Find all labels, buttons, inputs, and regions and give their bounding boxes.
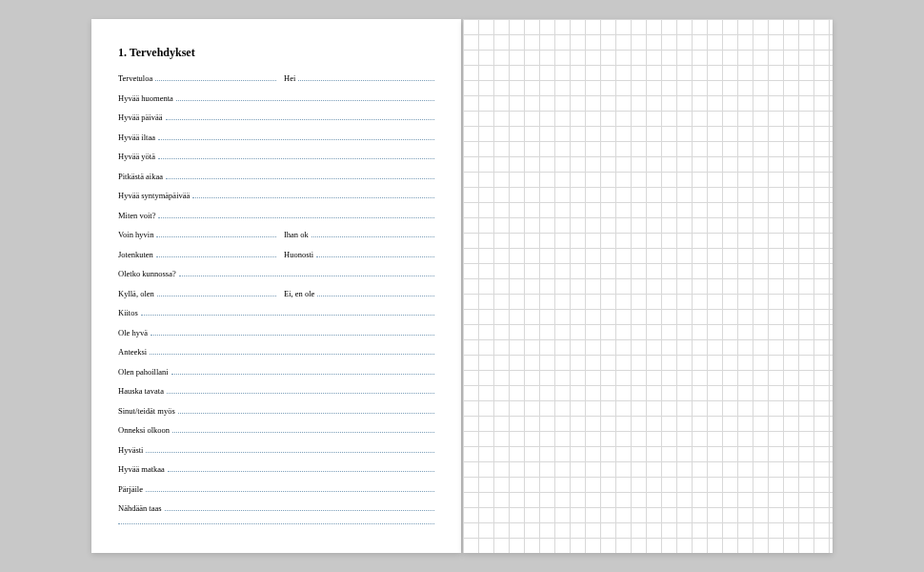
right-page [463,19,833,553]
fill-line [156,256,276,257]
vocab-term: Hyvää huomenta [118,93,176,103]
fill-line [158,139,434,140]
vocab-row: Hyvää iltaa [118,133,434,145]
vocab-term: Tervetuloa [118,73,155,83]
fill-line [171,374,434,375]
vocab-row: Hyvää huomenta [118,93,434,106]
vocab-term: Anteeksi [118,347,150,357]
vocab-half-right: Ei, en ole [276,289,434,298]
fill-line [317,296,434,296]
fill-line [298,80,434,81]
vocab-half-left: Kyllä, olen [118,289,276,298]
vocab-row: Miten voit? [118,211,434,223]
vocab-row: JotenkutenHuonosti [118,250,434,262]
vocab-row: Hyvää matkaa [118,464,434,477]
fill-line [311,236,434,237]
fill-line [167,393,434,394]
vocabulary-lines: TervetuloaHeiHyvää huomentaHyvää päivääH… [118,73,434,536]
fill-line [172,432,434,433]
vocab-row: Hyvää päivää [118,112,434,125]
vocab-row: TervetuloaHei [118,73,434,86]
vocab-row: Onneksi olkoon [118,425,434,438]
vocab-row: Anteeksi [118,347,434,359]
fill-line [146,491,434,492]
section-heading: 1. Tervehdykset [118,46,434,60]
vocab-term: Kiitos [118,308,141,317]
fill-line [141,315,434,316]
fill-line [150,354,434,355]
vocab-row: Oletko kunnossa? [118,269,434,281]
vocab-term: Nähdään taas [118,503,165,513]
fill-line [156,236,276,237]
vocab-row: Hyvää syntymäpäivää [118,191,434,203]
vocab-term: Ei, en ole [284,289,317,298]
vocab-row: Ole hyvä [118,328,434,340]
vocab-term: Sinut/teidät myös [118,406,178,416]
vocab-term: Hyvää syntymäpäivää [118,191,192,200]
vocab-term: Hyvästi [118,445,146,455]
vocab-term: Huonosti [284,250,316,259]
fill-line [316,256,434,257]
fill-line [179,276,434,276]
fill-line [146,452,434,453]
vocab-half-right: Huonosti [276,250,434,259]
fill-line [192,197,434,198]
fill-line [178,413,434,414]
vocab-term: Kyllä, olen [118,289,157,298]
vocab-term: Hyvää yötä [118,152,158,161]
fill-line [158,158,434,159]
fill-line [166,119,435,120]
vocab-term: Olen pahoillani [118,367,171,377]
vocab-term: Miten voit? [118,211,158,220]
vocab-row: Kyllä, olenEi, en ole [118,289,434,301]
vocab-term: Ole hyvä [118,328,151,337]
vocab-term: Jotenkuten [118,250,156,259]
vocab-term: Hyvää iltaa [118,133,158,142]
vocab-term: Ihan ok [284,230,311,239]
vocab-row [118,523,434,536]
page-spread: 1. Tervehdykset TervetuloaHeiHyvää huome… [91,19,833,553]
fill-line [155,80,276,81]
vocab-term: Hyvää matkaa [118,464,168,474]
vocab-row: Hyvästi [118,445,434,458]
vocab-row: Voin hyvinIhan ok [118,230,434,242]
vocab-row: Pitkästä aikaa [118,172,434,184]
fill-line [176,100,434,101]
vocab-row: Pärjäile [118,484,434,497]
vocab-term: Voin hyvin [118,230,156,239]
vocab-half-left: Jotenkuten [118,250,276,259]
vocab-term: Hauska tavata [118,386,167,396]
vocab-term: Pärjäile [118,484,146,494]
fill-line [165,510,434,511]
vocab-half-left: Voin hyvin [118,230,276,239]
fill-line [166,178,434,179]
vocab-half-right: Hei [276,73,434,83]
vocab-row: Nähdään taas [118,503,434,516]
vocab-row: Hyvää yötä [118,152,434,164]
vocab-row: Hauska tavata [118,386,434,398]
fill-line [158,217,434,218]
vocab-term: Hei [284,73,298,83]
fill-line [168,471,434,472]
vocab-term: Oletko kunnossa? [118,269,179,278]
vocab-row: Olen pahoillani [118,367,434,379]
fill-line [157,296,276,296]
vocab-half-right: Ihan ok [276,230,434,239]
vocab-term: Hyvää päivää [118,112,166,122]
vocab-half-left: Tervetuloa [118,73,276,83]
vocab-term: Onneksi olkoon [118,425,172,435]
left-page: 1. Tervehdykset TervetuloaHeiHyvää huome… [91,19,461,553]
vocab-row: Kiitos [118,308,434,320]
vocab-term: Pitkästä aikaa [118,172,166,181]
fill-line [151,335,434,336]
fill-line [118,523,434,524]
vocab-row: Sinut/teidät myös [118,406,434,419]
grid-paper [463,19,833,553]
